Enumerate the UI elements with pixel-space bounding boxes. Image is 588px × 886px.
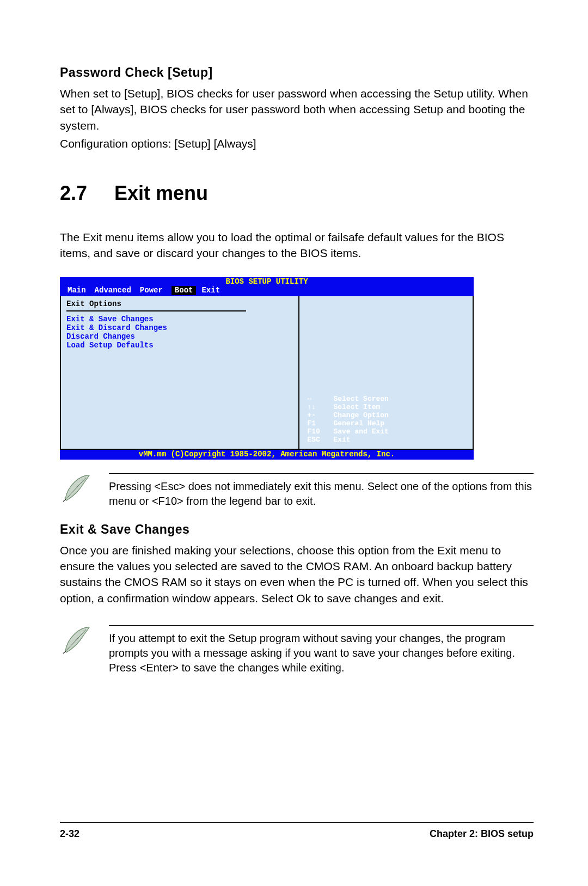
legend-key: F1 bbox=[307, 420, 333, 428]
bios-legend: ↔Select Screen ↑↓Select Item +-Change Op… bbox=[307, 395, 388, 444]
section-intro: The Exit menu items allow you to load th… bbox=[60, 229, 534, 261]
section-title-text: Exit menu bbox=[114, 182, 208, 204]
legend-desc: Select Screen bbox=[333, 395, 388, 404]
legend-desc: General Help bbox=[333, 420, 388, 428]
legend-desc: Save and Exit bbox=[333, 428, 388, 436]
manual-page: Password Check [Setup] When set to [Setu… bbox=[0, 0, 588, 886]
page-number: 2-32 bbox=[60, 828, 79, 840]
exit-save-body: Once you are finished making your select… bbox=[60, 542, 534, 607]
exit-save-heading: Exit & Save Changes bbox=[60, 522, 534, 537]
bios-title: BIOS SETUP UTILITY bbox=[60, 277, 474, 286]
note-2-text: If you attempt to exit the Setup program… bbox=[109, 625, 534, 675]
bios-item-exit-save: Exit & Save Changes bbox=[66, 315, 293, 323]
bios-menu-main: Main bbox=[68, 286, 95, 295]
bios-left-header: Exit Options bbox=[66, 300, 293, 308]
feather-icon bbox=[60, 625, 93, 655]
bios-menu-exit: Exit bbox=[196, 286, 229, 295]
bios-item-defaults: Load Setup Defaults bbox=[66, 341, 293, 350]
section-number: 2.7 bbox=[60, 182, 114, 205]
legend-key: +- bbox=[307, 412, 333, 420]
legend-desc: Exit bbox=[333, 436, 388, 444]
note-row-1: Pressing <Esc> does not immediately exit… bbox=[60, 473, 534, 509]
legend-key: F10 bbox=[307, 428, 333, 436]
legend-key: ↑↓ bbox=[307, 404, 333, 412]
bios-divider bbox=[66, 310, 246, 311]
page-footer: 2-32 Chapter 2: BIOS setup bbox=[60, 822, 534, 840]
bios-screenshot: BIOS SETUP UTILITY Main Advanced Power B… bbox=[60, 277, 474, 459]
legend-key: ESC bbox=[307, 436, 333, 444]
legend-desc: Change Option bbox=[333, 412, 388, 420]
bios-right-pane: ↔Select Screen ↑↓Select Item +-Change Op… bbox=[299, 296, 473, 449]
bios-item-exit-discard: Exit & Discard Changes bbox=[66, 323, 293, 332]
bios-body: Exit Options Exit & Save Changes Exit & … bbox=[60, 296, 474, 450]
bios-menu-boot: Boot bbox=[171, 286, 197, 295]
password-check-options: Configuration options: [Setup] [Always] bbox=[60, 136, 534, 151]
legend-desc: Select Item bbox=[333, 404, 388, 412]
password-check-heading: Password Check [Setup] bbox=[60, 65, 534, 80]
legend-key: ↔ bbox=[307, 395, 333, 404]
bios-menu-bar: Main Advanced Power Boot Exit bbox=[60, 286, 474, 296]
bios-item-discard: Discard Changes bbox=[66, 332, 293, 341]
feather-icon bbox=[60, 473, 93, 503]
bios-footer: vMM.mm (C)Copyright 1985-2002, American … bbox=[60, 450, 474, 460]
bios-left-pane: Exit Options Exit & Save Changes Exit & … bbox=[61, 296, 299, 449]
bios-menu-advanced: Advanced bbox=[95, 286, 140, 295]
note-1-text: Pressing <Esc> does not immediately exit… bbox=[109, 473, 534, 509]
note-row-2: If you attempt to exit the Setup program… bbox=[60, 625, 534, 675]
chapter-label: Chapter 2: BIOS setup bbox=[430, 828, 534, 840]
password-check-desc: When set to [Setup], BIOS checks for use… bbox=[60, 85, 534, 133]
bios-menu-power: Power bbox=[140, 286, 171, 295]
section-heading: 2.7Exit menu bbox=[60, 182, 534, 205]
